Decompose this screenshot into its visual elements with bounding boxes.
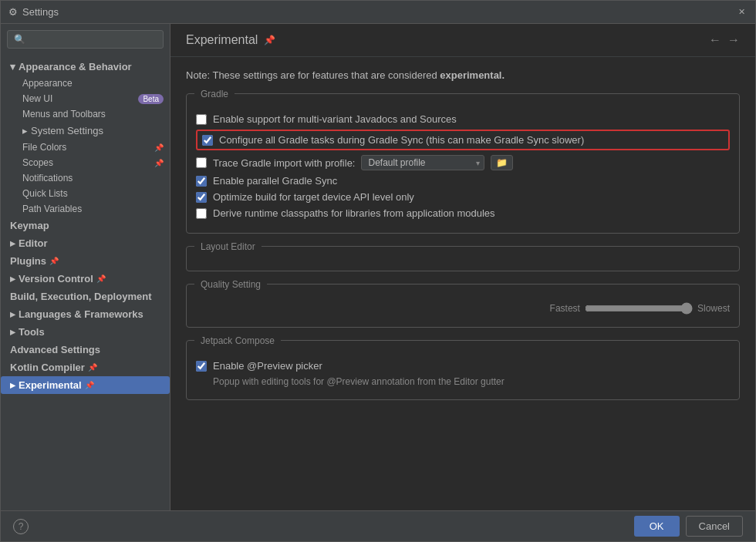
window-title: ⚙ Settings (8, 6, 59, 18)
layout-editor-label: Layout Editor (194, 241, 262, 252)
quality-section: Quality Setting Fastest Slowest (186, 284, 740, 328)
ok-button[interactable]: OK (634, 516, 680, 537)
panel-body: Note: These settings are for features th… (170, 57, 755, 510)
sidebar-item-path-variables[interactable]: Path Variables (1, 201, 170, 217)
sidebar-item-quick-lists[interactable]: Quick Lists (1, 186, 170, 201)
gradle-section-content: Enable support for multi-variant Javadoc… (187, 106, 739, 233)
derive-runtime-label: Derive runtime classpaths for libraries … (213, 207, 495, 219)
enable-parallel-label: Enable parallel Gradle Sync (213, 175, 337, 187)
sidebar-item-keymap[interactable]: Keymap (1, 217, 170, 234)
sidebar-item-build-exec[interactable]: Build, Execution, Deployment (1, 288, 170, 305)
settings-window: ⚙ Settings ✕ ▾ Appearance & Behavior App… (0, 0, 756, 542)
sidebar-item-experimental[interactable]: ▸ Experimental 📌 (1, 376, 170, 394)
layout-editor-section: Layout Editor (186, 246, 740, 271)
quality-slider[interactable] (585, 302, 693, 315)
fastest-label: Fastest (550, 303, 580, 314)
pin-icon: 📌 (85, 381, 94, 389)
pin-icon: 📌 (154, 143, 164, 152)
trace-gradle-row: Trace Gradle import with profile: Defaul… (196, 155, 730, 170)
close-button[interactable]: ✕ (735, 6, 748, 19)
chevron-right-icon: ▸ (10, 379, 15, 391)
configure-gradle-row: Configure all Gradle tasks during Gradle… (196, 130, 730, 150)
enable-preview-row: Enable @Preview picker (196, 360, 730, 372)
optimize-build-label: Optimize build for target device API lev… (213, 191, 414, 203)
settings-icon: ⚙ (8, 6, 18, 18)
checkbox-enable-javadocs: Enable support for multi-variant Javadoc… (196, 113, 730, 125)
forward-arrow[interactable]: → (727, 33, 740, 47)
derive-runtime-checkbox[interactable] (196, 208, 207, 219)
folder-button[interactable]: 📁 (491, 155, 513, 170)
sidebar-item-appearance[interactable]: Appearance (1, 76, 170, 91)
sidebar-item-advanced-settings[interactable]: Advanced Settings (1, 341, 170, 359)
sidebar-item-tools[interactable]: ▸ Tools (1, 323, 170, 341)
jetpack-compose-label: Jetpack Compose (194, 335, 281, 346)
sidebar-item-version-control[interactable]: ▸ Version Control 📌 (1, 270, 170, 288)
panel-title: Experimental 📌 (186, 33, 275, 47)
configure-gradle-label: Configure all Gradle tasks during Gradle… (219, 134, 584, 146)
configure-gradle-checkbox[interactable] (202, 135, 213, 146)
profile-select[interactable]: Default profile (361, 155, 484, 170)
quality-section-label: Quality Setting (194, 279, 267, 290)
experimental-note: Note: These settings are for features th… (186, 69, 740, 81)
derive-runtime-row: Derive runtime classpaths for libraries … (196, 207, 730, 219)
sidebar-item-file-colors[interactable]: File Colors 📌 (1, 140, 170, 155)
sidebar-section-appearance-behavior: ▾ Appearance & Behavior Appearance New U… (1, 58, 170, 217)
cancel-button[interactable]: Cancel (686, 516, 743, 537)
enable-javadocs-label: Enable support for multi-variant Javadoc… (213, 113, 457, 125)
sidebar-item-plugins[interactable]: Plugins 📌 (1, 252, 170, 270)
search-input[interactable] (7, 30, 164, 49)
bottom-right: OK Cancel (634, 516, 743, 537)
panel-pin-icon[interactable]: 📌 (264, 35, 275, 45)
chevron-down-icon: ▾ (10, 61, 15, 72)
trace-gradle-label: Trace Gradle import with profile: (213, 157, 355, 169)
main-content: ▾ Appearance & Behavior Appearance New U… (1, 24, 755, 510)
enable-parallel-checkbox[interactable] (196, 176, 207, 187)
bottom-bar: ? OK Cancel (1, 510, 755, 541)
gradle-section: Gradle Enable support for multi-variant … (186, 93, 740, 234)
panel-header: Experimental 📌 ← → (170, 24, 755, 57)
sidebar-item-editor[interactable]: ▸ Editor (1, 234, 170, 252)
new-ui-badge: Beta (138, 94, 164, 104)
chevron-right-icon: ▸ (22, 125, 28, 136)
sidebar-item-new-ui[interactable]: New UI Beta (1, 91, 170, 106)
trace-gradle-checkbox[interactable] (196, 157, 207, 168)
quality-slider-area: Fastest Slowest (550, 302, 730, 315)
preview-hint-text: Popup with editing tools for @Preview an… (213, 376, 730, 387)
right-panel: Experimental 📌 ← → Note: These settings … (170, 24, 755, 510)
pin-icon: 📌 (49, 257, 59, 265)
sidebar-item-menus-toolbars[interactable]: Menus and Toolbars (1, 106, 170, 122)
sidebar-item-system-settings[interactable]: ▸ System Settings (1, 122, 170, 140)
optimize-build-checkbox[interactable] (196, 192, 207, 203)
slowest-label: Slowest (697, 303, 730, 314)
sidebar-item-languages[interactable]: ▸ Languages & Frameworks (1, 305, 170, 323)
enable-preview-label: Enable @Preview picker (213, 360, 322, 372)
chevron-right-icon: ▸ (10, 326, 15, 338)
enable-preview-checkbox[interactable] (196, 361, 207, 372)
bottom-left: ? (13, 519, 29, 534)
profile-select-wrapper: Default profile (361, 155, 484, 170)
enable-parallel-row: Enable parallel Gradle Sync (196, 175, 730, 187)
help-button[interactable]: ? (13, 519, 29, 534)
chevron-right-icon: ▸ (10, 237, 15, 249)
sidebar: ▾ Appearance & Behavior Appearance New U… (1, 24, 170, 510)
sidebar-item-notifications[interactable]: Notifications (1, 170, 170, 186)
pin-icon: 📌 (96, 274, 106, 283)
titlebar: ⚙ Settings ✕ (1, 1, 755, 24)
quality-section-content: Fastest Slowest (187, 296, 739, 327)
sidebar-item-scopes[interactable]: Scopes 📌 (1, 155, 170, 170)
nav-arrows: ← → (709, 33, 740, 47)
chevron-right-icon: ▸ (10, 273, 15, 284)
quality-slider-row: Fastest Slowest (196, 299, 730, 318)
window-controls: ✕ (735, 6, 748, 19)
jetpack-compose-section: Jetpack Compose Enable @Preview picker P… (186, 340, 740, 400)
chevron-right-icon: ▸ (10, 308, 15, 320)
pin-icon: 📌 (154, 159, 164, 167)
gradle-section-label: Gradle (194, 89, 235, 99)
enable-javadocs-checkbox[interactable] (196, 114, 207, 125)
jetpack-compose-content: Enable @Preview picker Popup with editin… (187, 352, 739, 399)
sidebar-group-appearance-behavior[interactable]: ▾ Appearance & Behavior (1, 58, 170, 76)
back-arrow[interactable]: ← (709, 33, 721, 47)
layout-editor-content (187, 258, 739, 271)
pin-icon: 📌 (88, 363, 97, 372)
sidebar-item-kotlin-compiler[interactable]: Kotlin Compiler 📌 (1, 359, 170, 376)
